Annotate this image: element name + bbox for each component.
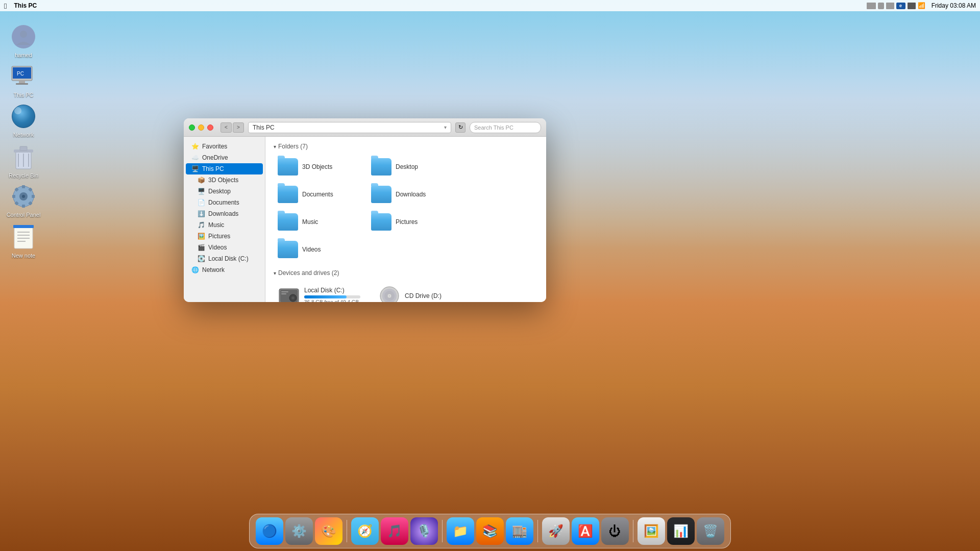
sidebar-music-label: Music — [208, 221, 224, 229]
drive-item-d[interactable]: CD Drive (D:) — [374, 282, 469, 302]
folder-item-downloads[interactable]: Downloads — [367, 183, 456, 206]
notepad-svg — [13, 225, 34, 249]
svg-point-0 — [20, 31, 27, 38]
dock-launchpad[interactable]: 🎨 — [315, 517, 342, 545]
svg-rect-29 — [13, 225, 34, 228]
search-placeholder: Search This PC — [474, 124, 513, 131]
appstore-icon: 🅰️ — [578, 524, 593, 538]
address-bar[interactable]: This PC ▾ — [248, 122, 451, 133]
user-icon — [10, 23, 37, 50]
window-titlebar: < > This PC ▾ ↻ Search This PC — [184, 118, 546, 137]
sidebar-item-favorites[interactable]: ⭐ Favorites — [186, 141, 263, 152]
folder-item-pictures[interactable]: Pictures — [367, 210, 456, 234]
dock-store[interactable]: 🏬 — [506, 517, 533, 545]
dock-books[interactable]: 📚 — [476, 517, 504, 545]
folder-item-3dobjects[interactable]: 3D Objects — [274, 155, 363, 179]
siri-icon: 🎙️ — [416, 524, 432, 538]
sidebar-item-downloads[interactable]: ⬇️ Downloads — [186, 208, 263, 219]
drive-name-d: CD Drive (D:) — [405, 292, 442, 299]
folder-item-desktop[interactable]: Desktop — [367, 155, 456, 179]
drive-bar-c — [304, 295, 360, 298]
folder-item-documents[interactable]: Documents — [274, 183, 363, 206]
dock-itunes[interactable]: 🎵 — [381, 517, 408, 545]
desktop-icon-notepad[interactable]: New note — [3, 222, 44, 261]
picture-icon: 🖼️ — [197, 232, 205, 240]
apple-logo[interactable]:  — [4, 2, 7, 10]
control-svg — [12, 185, 35, 208]
drive-space-c: 36.8 GB free of 49.4 GB — [304, 299, 360, 302]
traffic-lights — [189, 124, 213, 131]
clock: Friday 03:08 AM — [932, 2, 976, 9]
sidebar-item-pictures[interactable]: 🖼️ Pictures — [186, 231, 263, 242]
drives-section-header[interactable]: ▾ Devices and drives (2) — [274, 269, 538, 277]
sidebar-item-3d[interactable]: 📦 3D Objects — [186, 174, 263, 186]
dock-settings[interactable]: ⚙️ — [285, 517, 313, 545]
sidebar-item-music[interactable]: 🎵 Music — [186, 219, 263, 231]
minimize-button[interactable] — [198, 124, 204, 131]
drive-item-c[interactable]: Local Disk (C:) 36.8 GB free of 49.4 GB — [274, 282, 368, 302]
folder-label-desktop: Desktop — [396, 163, 418, 170]
sidebar-onedrive-label: OneDrive — [202, 154, 228, 161]
dock-separator-1 — [347, 520, 347, 542]
control-label: Control Panel — [7, 212, 41, 218]
back-button[interactable]: < — [220, 122, 232, 133]
sidebar-item-desktop[interactable]: 🖥️ Desktop — [186, 186, 263, 197]
dock-rocket[interactable]: 🚀 — [542, 517, 570, 545]
forward-button[interactable]: > — [233, 122, 244, 133]
sidebar-item-thispc[interactable]: 🖥️ This PC — [186, 163, 263, 174]
tray-icon-bar — [908, 3, 916, 9]
sidebar-item-documents[interactable]: 📄 Documents — [186, 197, 263, 208]
dock-safari[interactable]: 🧭 — [351, 517, 379, 545]
network-small-icon: 🌐 — [191, 266, 199, 274]
folders-grid: 3D Objects Desktop Documents — [274, 155, 538, 261]
search-box[interactable]: Search This PC — [470, 122, 541, 133]
sidebar-item-onedrive[interactable]: ☁️ OneDrive — [186, 152, 263, 163]
dock-finder[interactable]: 🔵 — [256, 517, 283, 545]
notepad-label: New note — [12, 253, 35, 259]
svg-point-33 — [291, 296, 295, 299]
sidebar-desktop-label: Desktop — [208, 188, 231, 195]
maximize-button[interactable] — [189, 124, 195, 131]
desktop-icon-recycle[interactable]: Recycle Bin — [3, 142, 44, 181]
sidebar-item-network[interactable]: 🌐 Network — [186, 264, 263, 276]
menubar-left:  This PC — [4, 2, 37, 10]
svg-rect-24 — [14, 227, 33, 248]
cd-icon-d — [379, 286, 400, 302]
drive-bar-fill-c — [304, 295, 347, 298]
power-icon: ⏻ — [609, 524, 621, 538]
sidebar-network-label: Network — [202, 266, 225, 273]
svg-rect-18 — [32, 195, 35, 198]
close-button[interactable] — [207, 124, 213, 131]
nav-buttons: < > — [220, 122, 244, 133]
svg-rect-34 — [281, 291, 288, 292]
dock-files[interactable]: 📁 — [447, 517, 474, 545]
folder-item-videos[interactable]: Videos — [274, 238, 363, 261]
dock-monitor-app[interactable]: 📊 — [667, 517, 695, 545]
desktop-icon-network[interactable]: Network — [3, 101, 44, 140]
folder-icon-music — [278, 213, 298, 231]
drive-info-d: CD Drive (D:) — [405, 292, 442, 299]
dock-preview[interactable]: 🖼️ — [638, 517, 665, 545]
svg-rect-3 — [19, 81, 25, 83]
refresh-button[interactable]: ↻ — [455, 122, 465, 133]
desktop-icon-control[interactable]: Control Panel — [3, 181, 44, 220]
svg-rect-35 — [281, 293, 286, 294]
preview-icon: 🖼️ — [644, 524, 659, 538]
dock-appstore[interactable]: 🅰️ — [572, 517, 599, 545]
dock-trash[interactable]: 🗑️ — [697, 517, 724, 545]
cd-svg-d — [379, 286, 400, 302]
folders-section-header[interactable]: ▾ Folders (7) — [274, 143, 538, 150]
hdd-svg-c — [279, 287, 299, 302]
dock-siri[interactable]: 🎙️ — [410, 517, 438, 545]
folder-label-downloads: Downloads — [396, 191, 426, 198]
sidebar-item-videos[interactable]: 🎬 Videos — [186, 242, 263, 253]
sidebar-item-localdisk[interactable]: 💽 Local Disk (C:) — [186, 253, 263, 264]
folder-label-3dobjects: 3D Objects — [302, 163, 332, 170]
folders-chevron-icon: ▾ — [274, 144, 276, 149]
desktop-icon-thispc[interactable]: PC This PC — [3, 61, 44, 100]
desktop-icon-user[interactable]: hamed — [3, 21, 44, 60]
video-icon: 🎬 — [197, 243, 205, 252]
dock-power[interactable]: ⏻ — [601, 517, 629, 545]
safari-icon: 🧭 — [357, 524, 373, 538]
folder-item-music[interactable]: Music — [274, 210, 363, 234]
